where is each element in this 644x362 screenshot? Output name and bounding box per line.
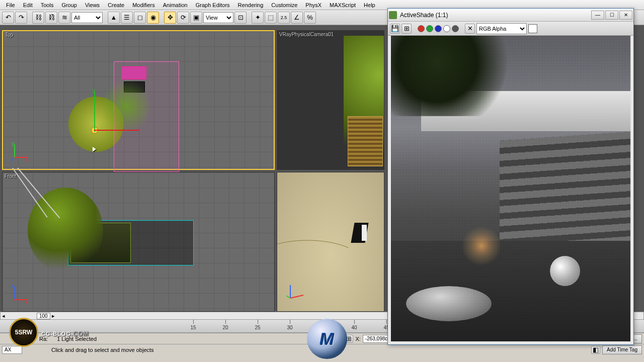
window-crossing-button[interactable]: ◉ xyxy=(147,12,159,24)
percent-snap-button[interactable]: % xyxy=(304,12,316,24)
viewport-camera[interactable]: VRayPhysicalCamera01 xyxy=(277,30,384,170)
undo-button[interactable]: ↶ xyxy=(2,12,14,24)
menu-animation[interactable]: Animation xyxy=(159,2,192,8)
minimize-button[interactable]: — xyxy=(591,11,604,20)
menu-file[interactable]: File xyxy=(2,2,19,8)
viewport-label: Front xyxy=(5,173,16,179)
axis-tripod-icon: xz xyxy=(10,284,30,304)
channel-select[interactable]: RGB Alpha xyxy=(476,23,527,34)
svg-text:y: y xyxy=(12,141,15,146)
camera-geom xyxy=(362,225,367,241)
svg-text:z: z xyxy=(11,284,14,289)
close-button[interactable]: ✕ xyxy=(619,11,632,20)
select-region-button[interactable]: ◻ xyxy=(134,12,146,24)
center-logo: M xyxy=(307,319,347,359)
angle-snap-button[interactable]: ∠ xyxy=(291,12,303,24)
menu-modifiers[interactable]: Modifiers xyxy=(128,2,159,8)
activeshade-icon xyxy=(389,11,397,19)
tree-geom xyxy=(104,76,149,137)
script-listener-button[interactable]: ◧ xyxy=(591,346,600,354)
viewport-perspective[interactable]: Perspective xyxy=(277,172,384,312)
maximize-button[interactable]: ☐ xyxy=(605,11,618,20)
add-time-tag-button[interactable]: Add Time Tag xyxy=(602,345,642,354)
save-image-button[interactable]: 💾 xyxy=(390,24,400,34)
axis-label: y xyxy=(93,87,95,93)
move-button[interactable]: ✥ xyxy=(164,12,176,24)
scale-button[interactable]: ▣ xyxy=(190,12,202,24)
badge-logo: 5SRW xyxy=(9,318,38,347)
svg-point-9 xyxy=(277,240,363,248)
unlink-button[interactable]: ⛓̸ xyxy=(45,12,57,24)
keyboard-shortcut-button[interactable]: ⬚ xyxy=(265,12,277,24)
clone-button[interactable]: ⊞ xyxy=(401,24,412,34)
activeshade-toolbar: 💾 ⊞ ✕ RGB Alpha xyxy=(388,22,633,36)
x-label: X: xyxy=(355,336,360,342)
ax-input[interactable] xyxy=(2,346,22,354)
axis-tripod-icon: yxz xyxy=(11,141,31,161)
svg-text:z: z xyxy=(11,156,14,161)
select-object-button[interactable]: ▲ xyxy=(108,12,120,24)
menu-tools[interactable]: Tools xyxy=(37,2,58,8)
red-channel-button[interactable] xyxy=(418,25,425,32)
menu-physx[interactable]: PhysX xyxy=(301,2,326,8)
snap-toggle-button[interactable]: 2.5 xyxy=(278,12,290,24)
color-swatch[interactable] xyxy=(528,24,537,33)
viewport-front[interactable]: Front xz xyxy=(2,172,275,312)
svg-line-13 xyxy=(286,294,290,298)
axis-tripod-icon xyxy=(286,282,306,302)
viewport-label: VRayPhysicalCamera01 xyxy=(279,32,334,37)
blue-channel-button[interactable] xyxy=(435,25,442,32)
menu-customize[interactable]: Customize xyxy=(267,2,301,8)
menu-maxscript[interactable]: MAXScript xyxy=(326,2,360,8)
redo-button[interactable]: ↷ xyxy=(15,12,27,24)
pivot-center-button[interactable]: ⊡ xyxy=(234,12,247,24)
menu-edit[interactable]: Edit xyxy=(19,2,37,8)
render-output xyxy=(391,36,630,341)
link-button[interactable]: ⛓ xyxy=(32,12,44,24)
frame-value: 100 xyxy=(37,313,50,319)
alpha-channel-button[interactable] xyxy=(443,25,450,32)
prompt-hint: Click and drag to select and move object… xyxy=(51,347,303,353)
svg-text:x: x xyxy=(26,156,29,161)
svg-line-12 xyxy=(290,295,303,298)
render-noise-icon xyxy=(391,36,630,341)
menu-graph-editors[interactable]: Graph Editors xyxy=(192,2,234,8)
rotate-button[interactable]: ⟳ xyxy=(177,12,189,24)
activeshade-titlebar[interactable]: ActiveShade (1:1) — ☐ ✕ xyxy=(388,9,633,22)
menu-create[interactable]: Create xyxy=(104,2,128,8)
menu-group[interactable]: Group xyxy=(57,2,81,8)
viewport-top[interactable]: Top y yxz xyxy=(2,30,275,170)
gizmo-x-axis-icon xyxy=(94,130,139,131)
selection-filter-select[interactable]: All xyxy=(71,12,103,23)
select-by-name-button[interactable]: ☰ xyxy=(121,12,133,24)
site-logo: CG-BLOG.COM xyxy=(41,329,89,338)
tree-geom xyxy=(28,188,103,273)
mono-channel-button[interactable] xyxy=(452,25,459,32)
menu-rendering[interactable]: Rendering xyxy=(234,2,268,8)
menu-views[interactable]: Views xyxy=(81,2,104,8)
manipulate-button[interactable]: ✦ xyxy=(252,12,264,24)
activeshade-window[interactable]: ActiveShade (1:1) — ☐ ✕ 💾 ⊞ ✕ RGB Alpha xyxy=(387,8,634,345)
cursor-icon xyxy=(93,147,96,152)
ref-coord-select[interactable]: View xyxy=(203,12,233,23)
gizmo-y-axis-icon xyxy=(94,92,95,132)
building-geom xyxy=(348,116,383,166)
svg-text:x: x xyxy=(25,299,28,304)
menu-help[interactable]: Help xyxy=(360,2,379,8)
wireframe-icon xyxy=(277,172,384,248)
green-channel-button[interactable] xyxy=(426,25,433,32)
bind-spacewarp-button[interactable]: ≋ xyxy=(58,12,70,24)
clear-button[interactable]: ✕ xyxy=(465,24,475,34)
activeshade-title: ActiveShade (1:1) xyxy=(400,12,590,19)
viewport-label: Top xyxy=(5,32,13,38)
